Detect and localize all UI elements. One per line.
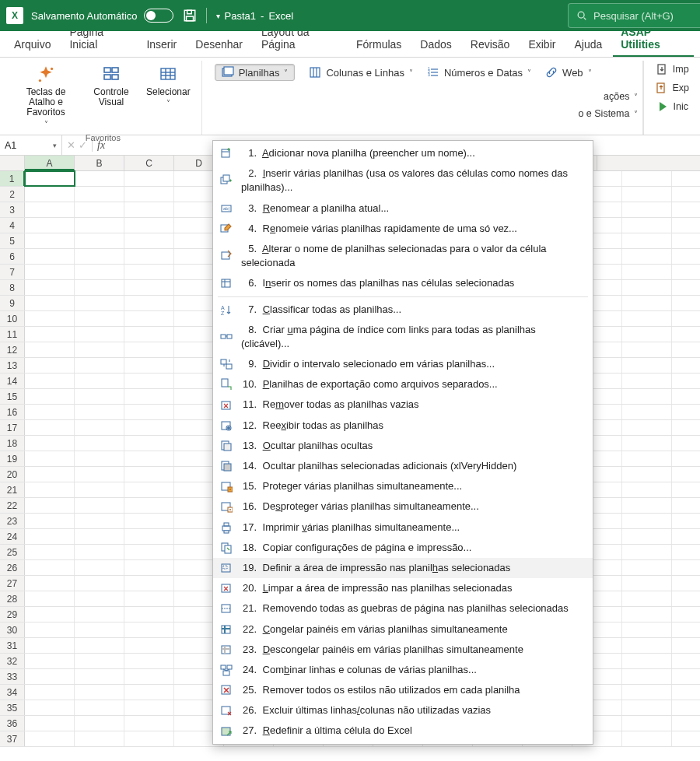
cell[interactable] [75, 560, 124, 575]
cell[interactable] [75, 420, 124, 435]
cell[interactable] [25, 233, 75, 248]
row-header[interactable]: 36 [0, 716, 25, 731]
cell[interactable] [75, 669, 124, 684]
cell[interactable] [75, 685, 124, 700]
cell[interactable] [622, 202, 672, 217]
export-button[interactable]: Exp [655, 79, 689, 96]
cell[interactable] [124, 576, 174, 591]
cell[interactable] [75, 451, 124, 466]
row-header[interactable]: 33 [0, 669, 25, 684]
menu-item-22[interactable]: 22. Congelar painéis em várias planilhas… [213, 619, 593, 640]
cell[interactable] [622, 529, 672, 544]
cell[interactable] [124, 669, 174, 684]
row-header[interactable]: 2 [0, 187, 25, 202]
menu-item-20[interactable]: 20. Limpar a área de impressão nas plani… [213, 578, 593, 598]
cell[interactable] [622, 373, 672, 388]
cell[interactable] [75, 591, 124, 606]
menu-item-8[interactable]: 8. Criar uma página de índice com links … [213, 320, 593, 354]
start-button[interactable]: Inic [656, 98, 688, 115]
menu-item-11[interactable]: 11. Remover todas as planilhas vazias [213, 395, 593, 415]
row-header[interactable]: 23 [0, 514, 25, 528]
row-header[interactable]: 4 [0, 218, 25, 233]
row-header[interactable]: 5 [0, 233, 25, 248]
row-header[interactable]: 10 [0, 311, 25, 326]
cell[interactable] [622, 233, 672, 248]
cell[interactable] [25, 373, 75, 388]
cell[interactable] [622, 638, 672, 653]
cell[interactable] [622, 591, 672, 606]
cell[interactable] [25, 591, 75, 606]
cell[interactable] [75, 405, 124, 419]
cell[interactable] [75, 296, 124, 310]
row-header[interactable]: 26 [0, 560, 25, 575]
autosave-toggle[interactable]: Salvamento Automático [31, 9, 173, 23]
menu-item-1[interactable]: 1. Adicionar nova planilha (preencher um… [213, 143, 593, 163]
cell[interactable] [25, 545, 75, 559]
cell[interactable] [622, 700, 672, 715]
cell[interactable] [25, 622, 75, 637]
row-header[interactable]: 14 [0, 373, 25, 388]
cell[interactable] [25, 342, 75, 357]
cell[interactable] [25, 498, 75, 513]
cell[interactable] [124, 591, 174, 606]
row-header[interactable]: 17 [0, 420, 25, 435]
cell[interactable] [75, 607, 124, 622]
cell[interactable] [25, 700, 75, 715]
cell[interactable] [124, 638, 174, 653]
cell[interactable] [75, 218, 124, 233]
cell[interactable] [622, 249, 672, 264]
cell[interactable] [25, 451, 75, 466]
cell[interactable] [25, 560, 75, 575]
cell[interactable] [75, 311, 124, 326]
cell[interactable] [124, 187, 174, 202]
cell[interactable] [25, 514, 75, 528]
name-box[interactable]: A1 ▾ [0, 135, 62, 155]
cell[interactable] [25, 685, 75, 700]
menu-item-17[interactable]: 17. Imprimir várias planilhas simultanea… [213, 517, 593, 538]
numbers-dates-menu-button[interactable]: 123 Números e Datas ˅ [427, 64, 531, 81]
cell[interactable] [75, 202, 124, 217]
cell[interactable] [25, 638, 75, 653]
tab-ajuda[interactable]: Ajuda [566, 33, 610, 57]
cell[interactable] [25, 389, 75, 404]
cell[interactable] [75, 716, 124, 731]
tab-inserir[interactable]: Inserir [138, 33, 184, 57]
cell[interactable] [622, 327, 672, 342]
cell[interactable] [75, 187, 124, 202]
cell[interactable] [622, 405, 672, 419]
cell[interactable] [124, 249, 174, 264]
cell[interactable] [75, 654, 124, 668]
cell[interactable] [622, 576, 672, 591]
cell[interactable] [124, 498, 174, 513]
cell[interactable] [124, 265, 174, 279]
cell[interactable] [25, 280, 75, 295]
menu-item-24[interactable]: 24. Combinar linhas e colunas de várias … [213, 660, 593, 680]
menu-item-7[interactable]: AZ7. Classificar todas as planilhas... [213, 300, 593, 320]
cell[interactable] [75, 638, 124, 653]
cell[interactable] [75, 514, 124, 528]
cell[interactable] [124, 389, 174, 404]
cell[interactable] [124, 311, 174, 326]
cell[interactable] [622, 622, 672, 637]
cell[interactable] [622, 358, 672, 373]
row-header[interactable]: 8 [0, 280, 25, 295]
cell[interactable] [25, 296, 75, 310]
tab-f-rmulas[interactable]: Fórmulas [348, 33, 409, 57]
cell[interactable] [75, 545, 124, 559]
menu-item-14[interactable]: 14. Ocultar planilhas selecionadas adici… [213, 456, 593, 476]
row-header[interactable]: 7 [0, 265, 25, 279]
menu-item-9[interactable]: 9. Dividir o intervalo selecionado em vá… [213, 354, 593, 374]
cell[interactable] [75, 498, 124, 513]
cell[interactable] [124, 342, 174, 357]
cell[interactable] [25, 467, 75, 482]
cell[interactable] [75, 171, 124, 186]
cell[interactable] [75, 389, 124, 404]
cell[interactable] [124, 451, 174, 466]
cell[interactable] [124, 327, 174, 342]
tab-revis-o[interactable]: Revisão [463, 33, 518, 57]
row-header[interactable]: 21 [0, 482, 25, 497]
cell[interactable] [25, 249, 75, 264]
cell[interactable] [622, 716, 672, 731]
cell[interactable] [124, 731, 174, 746]
cell[interactable] [622, 607, 672, 622]
